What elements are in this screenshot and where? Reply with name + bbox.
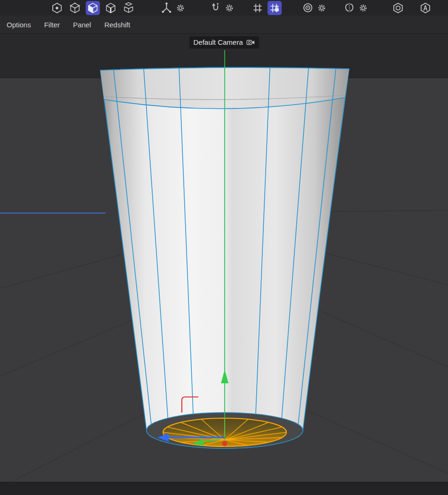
- solo-hexagon-button[interactable]: [391, 1, 405, 15]
- menu-options[interactable]: Options: [7, 21, 31, 29]
- model-mode-icon: [51, 2, 63, 14]
- camera-label[interactable]: Default Camera: [189, 36, 259, 49]
- menu-redshift[interactable]: Redshift: [104, 21, 130, 29]
- gear-icon: [176, 4, 185, 12]
- mode-icon-group: [50, 1, 136, 15]
- rotate-tool-button[interactable]: [208, 1, 222, 15]
- rotate-tool-icon: [209, 1, 222, 14]
- target-tool-group: [301, 1, 327, 15]
- top-toolbar: [0, 0, 448, 16]
- annotate-a-icon: [419, 2, 432, 14]
- gear-icon: [359, 4, 367, 12]
- gear-icon: [318, 4, 326, 12]
- point-mode-icon: [69, 2, 81, 14]
- viewport-canvas[interactable]: [0, 34, 448, 482]
- menu-panel[interactable]: Panel: [73, 21, 91, 29]
- axis-tool-button[interactable]: [159, 1, 173, 15]
- symmetry-tool-group: [342, 1, 368, 15]
- target-tool-icon: [301, 1, 314, 14]
- snap-grid-button[interactable]: [251, 1, 265, 15]
- annotate-a-button[interactable]: [418, 1, 432, 15]
- rotate-tool-group: [208, 1, 235, 15]
- solo-hexagon-icon: [392, 2, 404, 14]
- symmetry-settings-gear-button[interactable]: [358, 1, 368, 15]
- camera-icon: [246, 39, 255, 46]
- axis-settings-gear-button[interactable]: [175, 1, 186, 15]
- snap-grid-locked-icon: [269, 2, 281, 14]
- make-editable-icon: [122, 2, 135, 14]
- edge-mode-button[interactable]: [104, 1, 118, 15]
- solo-group: [391, 1, 405, 15]
- rotate-settings-gear-button[interactable]: [224, 1, 235, 15]
- viewport-menubar: Options Filter Panel Redshift: [0, 16, 448, 34]
- symmetry-tool-button[interactable]: [342, 1, 356, 15]
- bottom-status-bar: [0, 482, 448, 495]
- point-mode-button[interactable]: [68, 1, 82, 15]
- target-tool-button[interactable]: [301, 1, 315, 15]
- polygon-mode-button[interactable]: [86, 1, 100, 15]
- gear-icon: [225, 4, 234, 12]
- viewport[interactable]: Default Camera: [0, 34, 448, 482]
- snap-grid-icon: [252, 2, 264, 14]
- target-settings-gear-button[interactable]: [317, 1, 327, 15]
- camera-label-text: Default Camera: [193, 39, 243, 46]
- make-editable-button[interactable]: [122, 1, 136, 15]
- polygon-mode-icon: [87, 2, 99, 14]
- edge-mode-icon: [105, 2, 117, 14]
- snap-grid-locked-button[interactable]: [268, 1, 282, 15]
- annotate-group: [418, 1, 432, 15]
- axis-tool-group: [159, 1, 186, 15]
- menu-filter[interactable]: Filter: [44, 21, 60, 29]
- model-mode-button[interactable]: [50, 1, 64, 15]
- symmetry-tool-icon: [343, 1, 356, 14]
- snap-grid-group: [251, 1, 282, 15]
- axis-tool-icon: [160, 1, 173, 14]
- gizmo-origin-dot[interactable]: [222, 441, 228, 446]
